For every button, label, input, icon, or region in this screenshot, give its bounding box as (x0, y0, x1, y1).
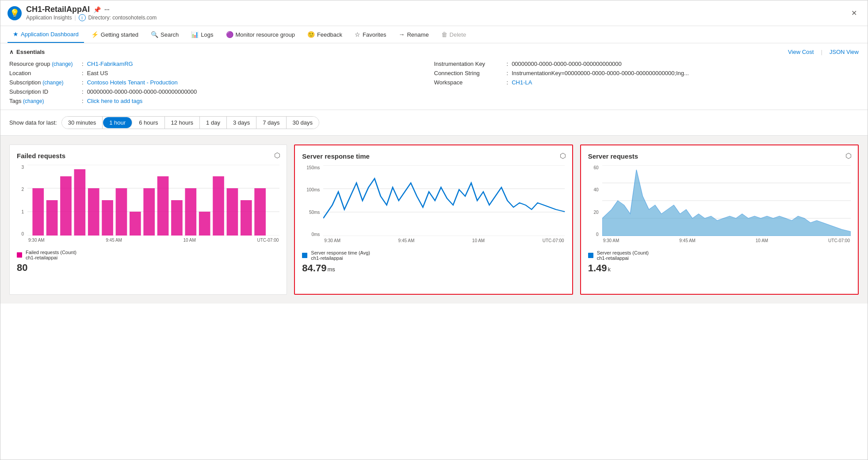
getting-started-icon: ⚡ (91, 31, 99, 38)
server-requests-legend: Server requests (Count) ch1-retailappai (588, 250, 851, 261)
location-value: East US (87, 70, 108, 76)
nav-bar: ★ Application Dashboard ⚡ Getting starte… (0, 26, 868, 43)
nav-logs[interactable]: 📊 Logs (186, 27, 218, 42)
time-btn-1day[interactable]: 1 day (200, 117, 227, 129)
essentials-row-rg: Resource group (change) : CH1-FabrikamRG (9, 61, 434, 67)
y-label-150ms: 150ms (302, 165, 320, 170)
nav-favorites[interactable]: ☆ Favorites (349, 27, 391, 42)
sub-id-label: Subscription ID (9, 88, 80, 95)
svg-rect-13 (157, 176, 169, 236)
essentials-links: View Cost | JSON View (788, 49, 859, 55)
nav-favorites-label: Favorites (363, 31, 386, 38)
time-btn-30min[interactable]: 30 minutes (62, 117, 103, 129)
svg-rect-18 (227, 188, 238, 236)
svg-rect-16 (199, 212, 210, 236)
svg-rect-10 (116, 188, 127, 236)
svg-rect-19 (241, 200, 252, 236)
server-response-pin-icon[interactable]: ⬡ (560, 152, 566, 160)
failed-requests-pin-icon[interactable]: ⬡ (274, 151, 280, 160)
tags-label: Tags (change) (9, 98, 80, 104)
nav-app-dashboard[interactable]: ★ Application Dashboard (8, 26, 84, 43)
server-response-svg (323, 165, 565, 236)
failed-requests-legend-color (17, 252, 22, 258)
svg-rect-14 (171, 200, 183, 236)
subscription-change-link[interactable]: (change) (42, 80, 63, 86)
nav-app-dashboard-label: Application Dashboard (21, 31, 79, 38)
server-requests-chart-area: 9:30 AM 9:45 AM 10 AM UTC-07:00 (602, 165, 851, 245)
failed-requests-value: 80 (17, 262, 279, 274)
server-requests-legend-sub: ch1-retailappai (597, 255, 649, 261)
view-cost-link[interactable]: View Cost (788, 49, 814, 55)
server-requests-title: Server requests (588, 152, 851, 160)
server-requests-pin-icon[interactable]: ⬡ (845, 152, 852, 160)
info-icon[interactable]: i (79, 14, 86, 21)
ikey-label: Instrumentation Key (434, 61, 505, 67)
svg-rect-11 (130, 212, 141, 236)
time-btn-12hours[interactable]: 12 hours (165, 117, 200, 129)
essentials-row-location: Location : East US (9, 70, 434, 76)
nav-feedback[interactable]: 🙂 Feedback (302, 27, 348, 42)
essentials-row-tags: Tags (change) : Click here to add tags (9, 98, 434, 104)
server-response-x-labels: 9:30 AM 9:45 AM 10 AM UTC-07:00 (323, 238, 565, 243)
svg-rect-9 (102, 200, 113, 236)
svg-rect-15 (185, 188, 196, 236)
server-requests-legend-color (588, 253, 593, 258)
time-btn-3days[interactable]: 3 days (227, 117, 256, 129)
json-view-link[interactable]: JSON View (830, 49, 859, 55)
server-response-value: 84.79 ms (302, 262, 565, 274)
time-selector: Show data for last: 30 minutes 1 hour 6 … (0, 110, 868, 136)
pin-icon[interactable]: 📌 (93, 6, 101, 13)
essentials-row-subscription: Subscription (change) : Contoso Hotels T… (9, 79, 434, 86)
server-requests-legend-label: Server requests (Count) (597, 250, 649, 255)
rg-value[interactable]: CH1-FabrikamRG (87, 61, 133, 67)
more-icon[interactable]: ··· (104, 6, 110, 13)
delete-icon: 🗑 (441, 31, 447, 38)
server-response-legend-label: Server response time (Avg) (311, 250, 370, 255)
time-btn-1hour[interactable]: 1 hour (103, 117, 132, 128)
connstr-value: InstrumentationKey=00000000-0000-0000-00… (512, 70, 689, 76)
server-response-chart-area: 9:30 AM 9:45 AM 10 AM UTC-07:00 (323, 165, 565, 245)
star-icon: ★ (13, 30, 19, 38)
svg-rect-17 (213, 176, 224, 236)
server-response-unit: ms (327, 266, 335, 273)
rg-change-link[interactable]: (change) (52, 61, 73, 67)
essentials-title: ∧ Essentials (9, 49, 45, 55)
nav-rename[interactable]: → Rename (393, 27, 434, 42)
search-icon: 🔍 (151, 31, 158, 38)
workspace-value[interactable]: CH1-LA (512, 79, 532, 86)
nav-search[interactable]: 🔍 Search (145, 27, 184, 42)
server-response-legend-sub: ch1-retailappai (311, 255, 370, 261)
sub-id-value: 00000000-0000-0000-0000-000000000000 (87, 88, 197, 95)
time-btn-30days[interactable]: 30 days (287, 117, 319, 129)
essentials-row-ikey: Instrumentation Key : 00000000-0000-0000… (434, 61, 859, 67)
favorites-icon: ☆ (355, 31, 360, 38)
svg-rect-5 (46, 200, 58, 236)
chart-server-requests: Server requests ⬡ 60 40 20 0 (580, 144, 859, 295)
app-title: CH1-RetailAppAI (26, 5, 90, 14)
server-requests-x-labels: 9:30 AM 9:45 AM 10 AM UTC-07:00 (602, 238, 851, 243)
y-label-1: 1 (17, 209, 24, 214)
time-btn-7days[interactable]: 7 days (256, 117, 286, 129)
subscription-value[interactable]: Contoso Hotels Tenant - Production (87, 79, 178, 86)
directory-label: Directory: contosohotels.com (88, 15, 157, 21)
chart-server-response-time: Server response time ⬡ 150ms 100ms 50ms … (294, 144, 573, 295)
close-button[interactable]: ✕ (847, 7, 860, 20)
failed-requests-legend-label: Failed requests (Count) (26, 250, 76, 255)
server-response-legend-color (302, 253, 307, 258)
main-window: 💡 CH1-RetailAppAI 📌 ··· Application Insi… (0, 0, 868, 460)
y-label-00: 0 (588, 232, 599, 237)
y-label-20: 20 (588, 210, 599, 215)
collapse-icon[interactable]: ∧ (9, 49, 14, 55)
nav-delete[interactable]: 🗑 Delete (436, 27, 472, 42)
tags-value[interactable]: Click here to add tags (87, 98, 143, 104)
svg-rect-20 (254, 188, 266, 236)
rg-label: Resource group (change) (9, 61, 80, 67)
server-requests-unit: k (608, 266, 611, 273)
nav-monitor-resource-group[interactable]: 🟣 Monitor resource group (221, 27, 300, 42)
time-btn-6hours[interactable]: 6 hours (133, 117, 164, 129)
tags-change-link[interactable]: (change) (23, 98, 44, 104)
nav-getting-started[interactable]: ⚡ Getting started (86, 27, 144, 42)
y-label-3: 3 (17, 165, 24, 170)
essentials-grid: Resource group (change) : CH1-FabrikamRG… (9, 61, 859, 104)
svg-marker-30 (602, 170, 851, 236)
